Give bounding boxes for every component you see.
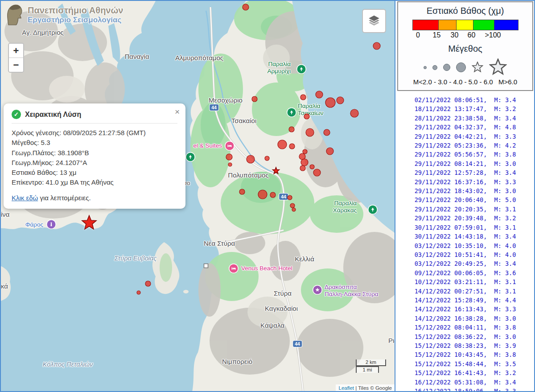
magnitude-dot-xlarge — [456, 62, 466, 72]
earthquake-marker[interactable] — [289, 144, 295, 149]
earthquake-marker[interactable] — [258, 190, 267, 199]
legend-box: Εστιακό Βάθος (χμ) 0153060>100 Μέγεθος M… — [397, 1, 533, 91]
quake-list-item[interactable]: 29/11/2022 05:56:57, M: 3.8 — [395, 150, 535, 159]
quake-list-item[interactable]: 14/12/2022 15:28:49, M: 4.4 — [395, 296, 535, 305]
quake-list-item[interactable]: 29/11/2022 08:14:21, M: 3.0 — [395, 159, 535, 168]
close-icon[interactable]: × — [175, 107, 180, 116]
map-canvas[interactable]: Αγ. ΔημήτριοςΠαναγίαΑλμυροπόταμοςΜεσοχώρ… — [0, 0, 395, 392]
quake-list-item[interactable]: 14/12/2022 16:38:28, M: 3.0 — [395, 314, 535, 323]
earthquake-marker[interactable] — [247, 155, 255, 163]
earthquake-marker[interactable] — [303, 149, 307, 154]
earthquake-marker[interactable] — [300, 95, 306, 100]
quake-list-item[interactable]: 29/11/2022 20:20:35, M: 3.1 — [395, 205, 535, 214]
details-suffix: για λεπτομέρειες. — [38, 194, 91, 202]
quake-list-item[interactable]: 15/12/2022 10:43:45, M: 3.8 — [395, 350, 535, 359]
quake-list-item[interactable]: 16/12/2022 18:59:06, M: 3.3 — [395, 387, 535, 392]
quake-list-item[interactable]: 10/12/2022 03:21:11, M: 3.1 — [395, 277, 535, 286]
quake-list: 02/11/2022 08:06:51, M: 3.418/11/2022 13… — [395, 91, 535, 392]
earthquake-marker[interactable] — [316, 91, 323, 98]
earthquake-marker[interactable] — [324, 129, 330, 136]
quake-list-item[interactable]: 28/11/2022 23:38:58, M: 3.4 — [395, 114, 535, 123]
earthquake-marker[interactable] — [270, 192, 276, 198]
earthquake-marker[interactable] — [145, 281, 151, 286]
quake-list-item[interactable]: 02/11/2022 08:06:51, M: 3.4 — [395, 95, 535, 104]
quake-list-item[interactable]: 29/11/2022 20:06:40, M: 5.0 — [395, 195, 535, 204]
quake-list-item[interactable]: 03/12/2022 10:35:10, M: 4.0 — [395, 241, 535, 250]
earthquake-marker[interactable] — [337, 97, 344, 104]
earthquake-marker[interactable] — [310, 165, 314, 169]
earthquake-marker[interactable] — [373, 42, 380, 50]
earthquake-marker[interactable] — [304, 114, 309, 119]
earthquake-marker[interactable] — [228, 163, 232, 166]
leaflet-link[interactable]: Leaflet — [338, 385, 354, 391]
earthquake-marker[interactable] — [292, 208, 296, 211]
earthquake-marker[interactable] — [325, 98, 335, 107]
earthquake-marker[interactable] — [326, 148, 333, 155]
magnitude-star-icon — [472, 62, 483, 73]
zoom-out-button[interactable]: − — [9, 58, 23, 72]
square-marker[interactable] — [204, 264, 208, 268]
quake-list-item[interactable]: 09/12/2022 00:06:05, M: 3.6 — [395, 268, 535, 277]
earthquake-marker[interactable] — [243, 4, 249, 10]
quake-list-item[interactable]: 29/11/2022 18:43:02, M: 3.0 — [395, 186, 535, 195]
magnitude-dot-medium — [432, 65, 437, 70]
details-link[interactable]: Κλικ εδώ — [12, 194, 38, 202]
earthquake-marker[interactable] — [278, 140, 287, 149]
solution-popup: × ✓ Χειρακτική Λύση Χρόνος γένεσης: 08/0… — [4, 103, 185, 209]
layers-button[interactable] — [362, 9, 386, 33]
quake-list-item[interactable]: 15/12/2022 08:38:23, M: 3.9 — [395, 341, 535, 350]
scale-mi: 1 mi — [356, 366, 379, 373]
earthquake-marker[interactable] — [290, 203, 295, 208]
quake-list-item[interactable]: 14/12/2022 16:13:43, M: 3.3 — [395, 305, 535, 314]
depth-colorbar — [412, 20, 519, 30]
quake-list-item[interactable]: 29/11/2022 05:23:36, M: 4.2 — [395, 141, 535, 150]
check-icon: ✓ — [12, 110, 21, 119]
quake-list-item[interactable]: 16/12/2022 05:31:08, M: 3.4 — [395, 378, 535, 387]
earthquake-marker[interactable] — [313, 169, 321, 176]
depth-ticks: 0153060>100 — [413, 31, 518, 40]
quake-list-item[interactable]: 29/11/2022 16:37:16, M: 3.3 — [395, 177, 535, 186]
depth-segment — [473, 20, 494, 30]
quake-list-item[interactable]: 15/12/2022 16:41:43, M: 3.2 — [395, 368, 535, 377]
quake-list-item[interactable]: 15/12/2022 08:36:22, M: 3.0 — [395, 332, 535, 341]
quake-list-item[interactable]: 15/12/2022 15:48:44, M: 3.5 — [395, 359, 535, 368]
magnitude-dot-large — [443, 64, 450, 71]
quake-list-item[interactable]: 29/11/2022 04:42:21, M: 3.3 — [395, 132, 535, 141]
quake-list-item[interactable]: 18/11/2022 13:17:47, M: 3.2 — [395, 104, 535, 113]
earthquake-marker[interactable] — [306, 128, 314, 136]
epicenter-star[interactable] — [82, 215, 96, 229]
earthquake-marker[interactable] — [300, 165, 305, 171]
quake-list-item[interactable]: 03/12/2022 20:49:25, M: 3.4 — [395, 259, 535, 268]
earthquake-marker[interactable] — [350, 109, 358, 117]
earthquake-marker[interactable] — [265, 156, 269, 161]
magnitude-legend-title: Μέγεθος — [398, 44, 532, 54]
quake-list-item[interactable]: 03/12/2022 10:51:41, M: 4.0 — [395, 250, 535, 259]
earthquake-marker[interactable] — [239, 189, 245, 194]
logo-line2: Εργαστήριο Σεισμολογίας — [28, 16, 123, 25]
epicenter-star[interactable] — [272, 167, 279, 174]
popup-field: Γεωγρ.Μήκος: 24.1207°Α — [12, 158, 177, 168]
quake-list-item[interactable]: 30/11/2022 07:59:01, M: 3.1 — [395, 223, 535, 232]
earthquake-marker[interactable] — [288, 195, 292, 200]
earthquake-marker[interactable] — [289, 127, 294, 132]
quake-list-item[interactable]: 29/11/2022 12:57:28, M: 3.4 — [395, 168, 535, 177]
earthquake-marker[interactable] — [252, 96, 257, 102]
popup-field: Επίκεντρο: 41.0 χμ ΒΑ της Αθήνας — [12, 177, 177, 187]
magnitude-symbols — [398, 58, 532, 77]
earthquake-marker[interactable] — [137, 291, 140, 294]
depth-segment — [457, 20, 473, 30]
earthquake-marker[interactable] — [301, 159, 308, 166]
depth-tick: >100 — [485, 31, 501, 39]
quake-list-item[interactable]: 15/12/2022 08:04:11, M: 3.8 — [395, 323, 535, 332]
popup-field: Εστιακό Βάθος: 13 χμ — [12, 168, 177, 177]
depth-tick: 30 — [451, 31, 459, 39]
zoom-control: + − — [8, 43, 24, 73]
quake-list-item[interactable]: 30/11/2022 14:43:18, M: 3.4 — [395, 232, 535, 241]
quake-list-item[interactable]: 14/12/2022 00:27:51, M: 3.1 — [395, 287, 535, 296]
quake-list-item[interactable]: 29/11/2022 04:32:37, M: 4.8 — [395, 123, 535, 132]
quake-list-item[interactable]: 29/11/2022 20:39:48, M: 3.2 — [395, 214, 535, 223]
depth-tick: 60 — [468, 31, 476, 39]
earthquake-marker[interactable] — [226, 154, 232, 160]
athena-logo-icon — [4, 4, 24, 26]
zoom-in-button[interactable]: + — [9, 44, 23, 58]
